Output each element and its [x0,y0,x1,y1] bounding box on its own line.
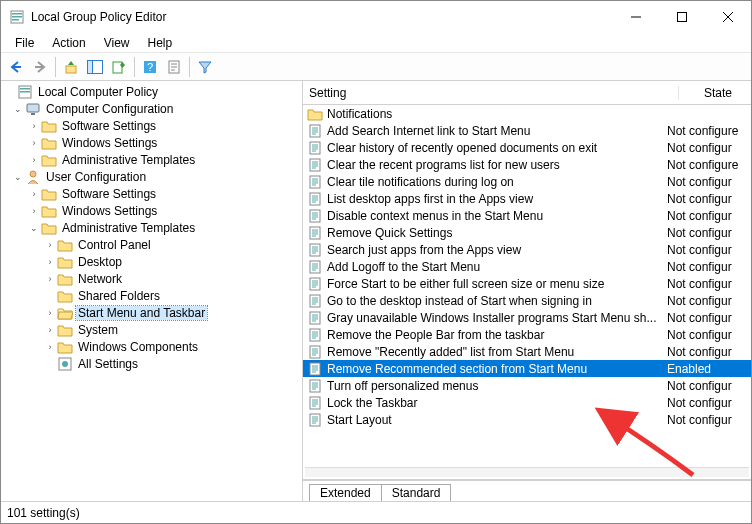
tree-computer-config[interactable]: ⌄ Computer Configuration [1,100,302,117]
chevron-right-icon[interactable]: › [43,274,57,284]
tree-label: Local Computer Policy [36,85,160,99]
tree-cc-admin[interactable]: › Administrative Templates [1,151,302,168]
show-hide-tree-button[interactable] [84,56,106,78]
toolbar-separator [189,57,190,77]
details-pane: Setting State NotificationsAdd Search In… [303,81,751,501]
svg-rect-71 [310,278,320,290]
list-row[interactable]: Turn off personalized menusNot configur [303,377,751,394]
svg-rect-21 [27,104,39,112]
list-row[interactable]: Clear the recent programs list for new u… [303,156,751,173]
up-button[interactable] [60,56,82,78]
policy-icon [307,123,323,139]
list-row[interactable]: Disable context menus in the Start MenuN… [303,207,751,224]
column-state[interactable]: State [679,86,751,100]
row-state: Not configur [663,328,751,342]
svg-text:?: ? [147,61,153,73]
tree-uc-windows[interactable]: › Windows Settings [1,202,302,219]
list-row[interactable]: Add Search Internet link to Start MenuNo… [303,122,751,139]
tab-standard[interactable]: Standard [381,484,452,501]
titlebar: Local Group Policy Editor [1,1,751,33]
column-setting[interactable]: Setting [303,86,679,100]
list-row[interactable]: Remove the People Bar from the taskbarNo… [303,326,751,343]
chevron-right-icon[interactable]: › [43,240,57,250]
chevron-right-icon[interactable]: › [27,155,41,165]
row-state: Enabled [663,362,751,376]
tree-uc-admin[interactable]: ⌄ Administrative Templates [1,219,302,236]
svg-rect-51 [310,210,320,222]
list-row[interactable]: Remove Recommended section from Start Me… [303,360,751,377]
tree-uc-software[interactable]: › Software Settings [1,185,302,202]
chevron-right-icon[interactable]: › [43,257,57,267]
close-button[interactable] [705,1,751,33]
list-row[interactable]: Remove Quick SettingsNot configur [303,224,751,241]
list-row[interactable]: Add Logoff to the Start MenuNot configur [303,258,751,275]
tree-all-settings[interactable]: All Settings [1,355,302,372]
tree-pane[interactable]: Local Computer Policy ⌄ Computer Configu… [1,81,303,501]
properties-button[interactable] [163,56,185,78]
maximize-button[interactable] [659,1,705,33]
tree-system[interactable]: › System [1,321,302,338]
row-label: Remove Recommended section from Start Me… [327,362,663,376]
back-button[interactable] [5,56,27,78]
tree-network[interactable]: › Network [1,270,302,287]
list-row[interactable]: Clear history of recently opened documen… [303,139,751,156]
list-row[interactable]: Search just apps from the Apps viewNot c… [303,241,751,258]
list-row[interactable]: Notifications [303,105,751,122]
chevron-right-icon[interactable]: › [27,138,41,148]
tree-desktop[interactable]: › Desktop [1,253,302,270]
list-row[interactable]: Clear tile notifications during log onNo… [303,173,751,190]
horizontal-scrollbar[interactable] [305,467,749,477]
list-row[interactable]: Gray unavailable Windows Installer progr… [303,309,751,326]
chevron-right-icon[interactable]: › [43,325,57,335]
forward-button[interactable] [29,56,51,78]
chevron-right-icon[interactable]: › [43,308,57,318]
row-state: Not configur [663,294,751,308]
menu-file[interactable]: File [7,34,42,52]
app-icon [9,9,25,25]
svg-rect-2 [12,16,22,18]
tree-shared-folders[interactable]: Shared Folders [1,287,302,304]
help-button[interactable]: ? [139,56,161,78]
svg-rect-96 [310,363,320,375]
list-row[interactable]: Force Start to be either full screen siz… [303,275,751,292]
chevron-down-icon[interactable]: ⌄ [11,172,25,182]
menu-help[interactable]: Help [140,34,181,52]
tree-cc-windows[interactable]: › Windows Settings [1,134,302,151]
svg-rect-20 [20,91,30,93]
list-row[interactable]: List desktop apps first in the Apps view… [303,190,751,207]
row-state: Not configur [663,311,751,325]
menu-action[interactable]: Action [44,34,93,52]
tree-start-menu-taskbar[interactable]: › Start Menu and Taskbar [1,304,302,321]
tree-root[interactable]: Local Computer Policy [1,83,302,100]
tree-user-config[interactable]: ⌄ User Configuration [1,168,302,185]
tree-control-panel[interactable]: › Control Panel [1,236,302,253]
row-state: Not configur [663,379,751,393]
chevron-down-icon[interactable]: ⌄ [11,104,25,114]
chevron-right-icon[interactable]: › [27,189,41,199]
row-label: Remove "Recently added" list from Start … [327,345,663,359]
tab-extended[interactable]: Extended [309,484,382,501]
chevron-down-icon[interactable]: ⌄ [27,223,41,233]
svg-rect-101 [310,380,320,392]
policy-icon [307,395,323,411]
folder-icon [41,186,57,202]
row-state: Not configure [663,158,751,172]
chevron-right-icon[interactable]: › [27,121,41,131]
toolbar: ? [1,53,751,81]
list-row[interactable]: Remove "Recently added" list from Start … [303,343,751,360]
tree-cc-software[interactable]: › Software Settings [1,117,302,134]
list-row[interactable]: Start LayoutNot configur [303,411,751,428]
list-row[interactable]: Lock the TaskbarNot configur [303,394,751,411]
chevron-right-icon[interactable]: › [43,342,57,352]
list-row[interactable]: Go to the desktop instead of Start when … [303,292,751,309]
svg-rect-10 [88,60,93,73]
minimize-button[interactable] [613,1,659,33]
filter-button[interactable] [194,56,216,78]
menu-view[interactable]: View [96,34,138,52]
window-controls [613,1,751,33]
tree-windows-components[interactable]: › Windows Components [1,338,302,355]
policy-icon [307,412,323,428]
settings-list[interactable]: NotificationsAdd Search Internet link to… [303,105,751,467]
chevron-right-icon[interactable]: › [27,206,41,216]
export-list-button[interactable] [108,56,130,78]
